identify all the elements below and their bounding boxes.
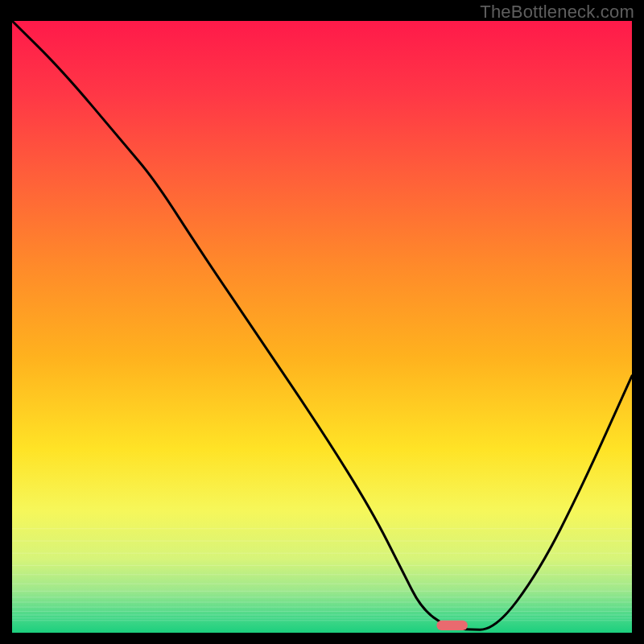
optimal-marker [436, 621, 468, 630]
bottleneck-chart [12, 21, 632, 633]
watermark-text: TheBottleneck.com [480, 2, 634, 23]
plot-area [12, 21, 632, 633]
chart-frame: TheBottleneck.com [0, 0, 644, 644]
